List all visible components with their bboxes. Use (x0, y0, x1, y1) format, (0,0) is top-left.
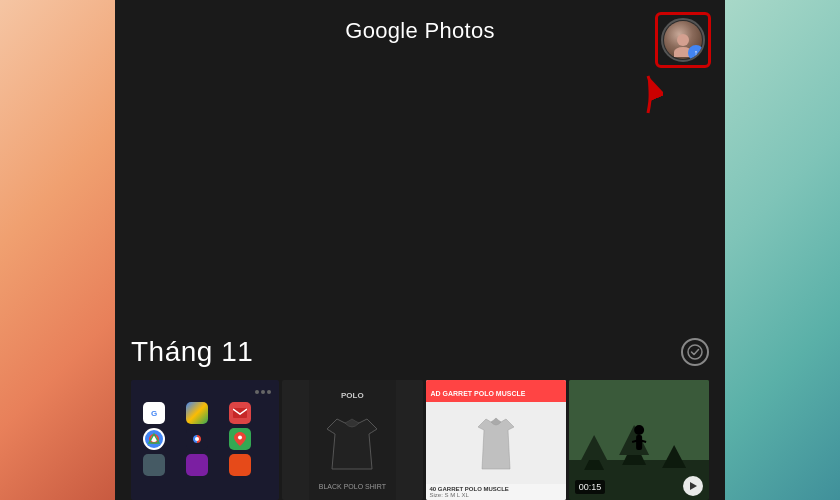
apps-grid: G (139, 402, 271, 476)
status-bar (139, 390, 271, 398)
svg-point-7 (238, 436, 242, 440)
arrow-indicator (593, 68, 663, 118)
red-highlight-box: ↑ (655, 12, 711, 68)
svg-marker-21 (690, 482, 697, 490)
status-dot (261, 390, 265, 394)
side-panel-left (0, 0, 115, 500)
app-icon-maps (229, 428, 251, 450)
title-google: Google (345, 18, 418, 43)
app-title: Google Photos (345, 18, 494, 44)
status-dot (267, 390, 271, 394)
svg-point-17 (634, 425, 644, 435)
month-header: Tháng 11 (131, 336, 709, 368)
header: Google Photos ↑ (115, 0, 725, 60)
phone-screen: G (135, 384, 275, 496)
svg-point-6 (195, 437, 199, 441)
app-icon-misc1 (143, 454, 165, 476)
thumbnail-4[interactable]: 00:15 (569, 380, 709, 500)
title-photos: Photos (418, 18, 495, 43)
product-info: 40 GARRET POLO MUSCLE Size: S M L XL (426, 484, 566, 500)
app-icon-photos (186, 428, 208, 450)
svg-rect-18 (636, 435, 642, 450)
polo-label: POLO (341, 391, 364, 400)
product-shirt-svg (471, 411, 521, 476)
svg-point-1 (688, 345, 702, 359)
app-icon-gmail (229, 402, 251, 424)
upload-icon: ↑ (688, 45, 704, 61)
content-area: Tháng 11 G (115, 60, 725, 500)
profile-avatar[interactable]: ↑ (661, 18, 705, 62)
app-icon-chrome (143, 428, 165, 450)
app-icon-drive (186, 402, 208, 424)
status-dot (255, 390, 259, 394)
svg-rect-2 (233, 408, 247, 418)
shirt-description: BLACK POLO SHIRT (315, 483, 390, 490)
app-icon-misc3 (229, 454, 251, 476)
polo-shirt-svg (317, 409, 387, 474)
month-label: Tháng 11 (131, 336, 253, 368)
product-image (426, 402, 566, 484)
thumbnail-1[interactable]: G (131, 380, 279, 500)
side-panel-right (725, 0, 840, 500)
play-button[interactable] (683, 476, 703, 496)
app-icon-google: G (143, 402, 165, 424)
thumbnail-3[interactable]: AD GARRET POLO MUSCLE 40 GARRET POLO MUS… (426, 380, 566, 500)
video-duration: 00:15 (575, 480, 606, 494)
ad-badge: AD GARRET POLO MUSCLE (426, 380, 566, 402)
profile-button-wrapper: ↑ (655, 12, 711, 68)
polo-area: POLO BLACK POLO SHIRT (309, 380, 396, 500)
select-month-button[interactable] (681, 338, 709, 366)
main-content: Google Photos ↑ (115, 0, 725, 500)
thumbnails-row: G (131, 380, 709, 500)
avatar-head (677, 34, 689, 46)
app-icon-misc2 (186, 454, 208, 476)
thumbnail-2[interactable]: POLO BLACK POLO SHIRT (282, 380, 422, 500)
